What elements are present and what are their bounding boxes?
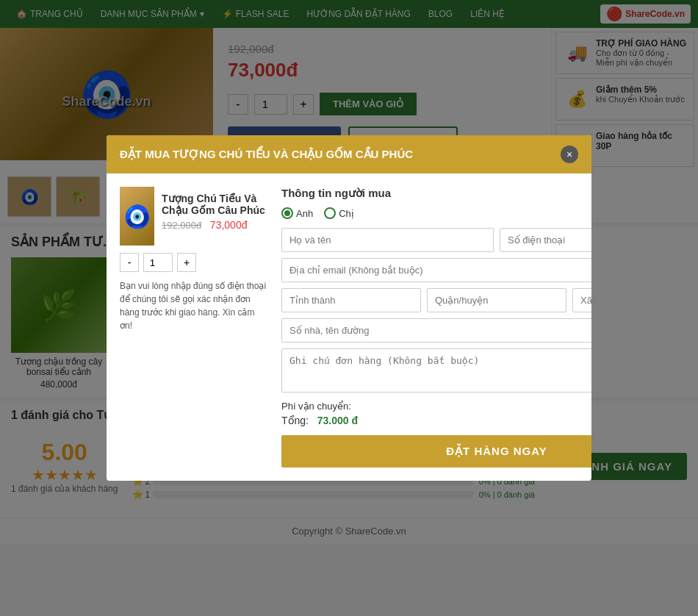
modal-overlay: ShareCode.vn ĐẶT MUA TƯỢNG CHÚ TIỂU VÀ C… (0, 0, 698, 544)
gender-radio-row: Anh Chị (281, 207, 591, 219)
ward-input[interactable] (572, 288, 591, 312)
modal-product-name: Tượng Chú Tiểu Và Chậu Gốm Câu Phúc (162, 193, 267, 216)
email-input[interactable] (281, 258, 591, 282)
modal-product-image: 🧿 (120, 187, 154, 246)
district-input[interactable] (427, 288, 566, 312)
street-input[interactable] (281, 318, 591, 343)
phone-input[interactable] (500, 228, 591, 252)
name-input[interactable] (281, 228, 494, 252)
form-name-phone-row (281, 228, 591, 252)
modal-product-info: 🧿 Tượng Chú Tiểu Và Chậu Gốm Câu Phúc 19… (120, 187, 267, 468)
modal-qty-input[interactable] (143, 253, 173, 272)
modal-header: ĐẶT MUA TƯỢNG CHÚ TIỂU VÀ CHẬU GỐM CẦU P… (107, 135, 591, 173)
modal-price-new: 73,000đ (210, 219, 248, 231)
modal-form: Thông tin người mua Anh Chị (281, 187, 591, 468)
modal-close-button[interactable]: × (561, 146, 578, 163)
modal-qty-decrease-button[interactable]: - (120, 253, 139, 272)
modal-body: 🧿 Tượng Chú Tiểu Và Chậu Gốm Câu Phúc 19… (107, 173, 591, 481)
form-email-row (281, 258, 591, 282)
total-row: Tổng: 73.000 đ (281, 415, 591, 426)
form-address1-row (281, 288, 591, 312)
province-input[interactable] (281, 288, 421, 312)
total-price: 73.000 đ (317, 415, 358, 426)
radio-chi[interactable]: Chị (324, 207, 354, 219)
modal-form-title: Thông tin người mua (281, 187, 591, 200)
modal-qty-row: - + (120, 253, 267, 272)
modal-title: ĐẶT MUA TƯỢNG CHÚ TIỂU VÀ CHẬU GỐM CẦU P… (120, 148, 413, 161)
shipping-row: Phí vận chuyển: (281, 401, 591, 412)
modal-product-prices: 192,000đ 73,000đ (162, 219, 267, 231)
modal-product-details: Tượng Chú Tiểu Và Chậu Gốm Câu Phúc 192,… (162, 187, 267, 231)
order-note-input[interactable] (281, 348, 591, 393)
modal-price-old: 192,000đ (162, 220, 201, 231)
order-now-button[interactable]: ĐẶT HÀNG NGAY (281, 435, 591, 468)
modal-note: Bạn vui lòng nhập đúng số điện thoại để … (120, 279, 267, 332)
form-street-row (281, 318, 591, 343)
order-modal: ShareCode.vn ĐẶT MUA TƯỢNG CHÚ TIỂU VÀ C… (107, 135, 591, 481)
radio-chi-circle (324, 207, 336, 219)
modal-qty-increase-button[interactable]: + (177, 253, 196, 272)
radio-anh-circle (281, 207, 293, 219)
radio-anh[interactable]: Anh (281, 207, 313, 219)
